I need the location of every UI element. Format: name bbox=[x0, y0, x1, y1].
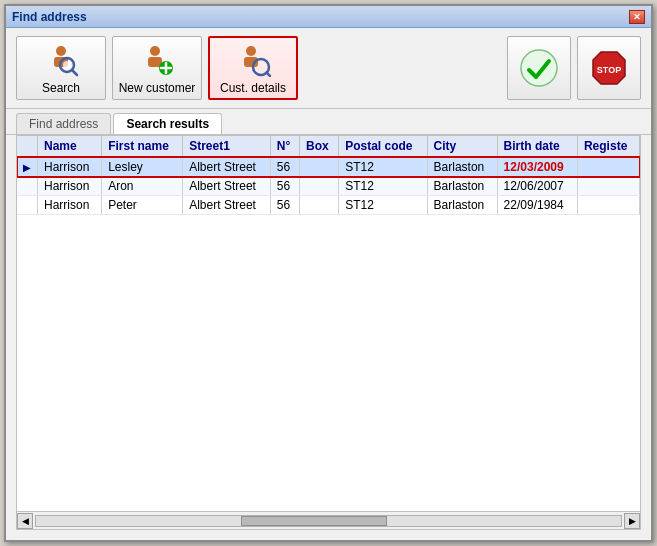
svg-line-13 bbox=[267, 73, 272, 78]
cell-first-name: Lesley bbox=[102, 157, 183, 177]
svg-point-14 bbox=[521, 50, 557, 86]
table-container: Name First name Street1 N° Box Postal co… bbox=[17, 136, 640, 324]
tabs-area: Find address Search results bbox=[6, 109, 651, 135]
cell-postal: ST12 bbox=[339, 177, 427, 196]
cell-number: 56 bbox=[270, 177, 299, 196]
col-first-name[interactable]: First name bbox=[102, 136, 183, 157]
svg-text:STOP: STOP bbox=[597, 65, 621, 75]
cell-birth: 12/06/2007 bbox=[497, 177, 577, 196]
col-register[interactable]: Registe bbox=[577, 136, 639, 157]
col-postal[interactable]: Postal code bbox=[339, 136, 427, 157]
svg-point-5 bbox=[150, 46, 160, 56]
cell-street: Albert Street bbox=[183, 157, 271, 177]
col-city[interactable]: City bbox=[427, 136, 497, 157]
cell-name: Harrison bbox=[38, 157, 102, 177]
cell-city: Barlaston bbox=[427, 157, 497, 177]
col-number[interactable]: N° bbox=[270, 136, 299, 157]
tab-find-address[interactable]: Find address bbox=[16, 113, 111, 134]
cell-register bbox=[577, 157, 639, 177]
title-bar: Find address ✕ bbox=[6, 6, 651, 28]
table-row[interactable]: HarrisonPeterAlbert Street56ST12Barlasto… bbox=[17, 196, 640, 215]
svg-point-4 bbox=[63, 61, 71, 69]
new-customer-button-label: New customer bbox=[119, 81, 196, 95]
scroll-track[interactable] bbox=[35, 515, 622, 527]
cell-box bbox=[299, 157, 338, 177]
cust-details-button[interactable]: Cust. details bbox=[208, 36, 298, 100]
table-row[interactable]: HarrisonAronAlbert Street56ST12Barlaston… bbox=[17, 177, 640, 196]
svg-point-0 bbox=[56, 46, 66, 56]
horizontal-scrollbar[interactable]: ◀ ▶ bbox=[17, 511, 640, 529]
cust-details-button-label: Cust. details bbox=[220, 81, 286, 95]
cell-name: Harrison bbox=[38, 196, 102, 215]
cell-number: 56 bbox=[270, 196, 299, 215]
cell-box bbox=[299, 177, 338, 196]
results-table: Name First name Street1 N° Box Postal co… bbox=[17, 136, 640, 215]
scroll-right-button[interactable]: ▶ bbox=[624, 513, 640, 529]
row-indicator bbox=[17, 177, 38, 196]
svg-line-3 bbox=[72, 70, 77, 75]
cell-register bbox=[577, 177, 639, 196]
row-indicator bbox=[17, 196, 38, 215]
col-indicator bbox=[17, 136, 38, 157]
scroll-left-button[interactable]: ◀ bbox=[17, 513, 33, 529]
cell-birth: 12/03/2009 bbox=[497, 157, 577, 177]
confirm-button[interactable] bbox=[507, 36, 571, 100]
cell-postal: ST12 bbox=[339, 157, 427, 177]
toolbar: Search New customer bbox=[6, 28, 651, 109]
table-body: ▶HarrisonLesleyAlbert Street56ST12Barlas… bbox=[17, 157, 640, 215]
tab-search-results[interactable]: Search results bbox=[113, 113, 222, 134]
cell-name: Harrison bbox=[38, 177, 102, 196]
cell-city: Barlaston bbox=[427, 196, 497, 215]
main-content: Name First name Street1 N° Box Postal co… bbox=[16, 135, 641, 530]
cell-birth: 22/09/1984 bbox=[497, 196, 577, 215]
new-customer-icon bbox=[139, 41, 175, 77]
stop-button[interactable]: STOP bbox=[577, 36, 641, 100]
empty-area bbox=[17, 324, 640, 512]
col-box[interactable]: Box bbox=[299, 136, 338, 157]
main-window: Find address ✕ Search bbox=[4, 4, 653, 542]
window-title: Find address bbox=[12, 10, 87, 24]
check-icon bbox=[519, 48, 559, 88]
cell-number: 56 bbox=[270, 157, 299, 177]
cell-box bbox=[299, 196, 338, 215]
cell-street: Albert Street bbox=[183, 177, 271, 196]
row-indicator: ▶ bbox=[17, 157, 38, 177]
search-button-label: Search bbox=[42, 81, 80, 95]
table-row[interactable]: ▶HarrisonLesleyAlbert Street56ST12Barlas… bbox=[17, 157, 640, 177]
stop-icon: STOP bbox=[589, 48, 629, 88]
search-button[interactable]: Search bbox=[16, 36, 106, 100]
scroll-thumb[interactable] bbox=[241, 516, 387, 526]
new-customer-button[interactable]: New customer bbox=[112, 36, 202, 100]
svg-point-10 bbox=[246, 46, 256, 56]
close-button[interactable]: ✕ bbox=[629, 10, 645, 24]
cell-first-name: Aron bbox=[102, 177, 183, 196]
col-birth[interactable]: Birth date bbox=[497, 136, 577, 157]
col-name[interactable]: Name bbox=[38, 136, 102, 157]
cell-register bbox=[577, 196, 639, 215]
cell-postal: ST12 bbox=[339, 196, 427, 215]
col-street[interactable]: Street1 bbox=[183, 136, 271, 157]
cell-first-name: Peter bbox=[102, 196, 183, 215]
table-header: Name First name Street1 N° Box Postal co… bbox=[17, 136, 640, 157]
cust-details-icon bbox=[235, 41, 271, 77]
cell-city: Barlaston bbox=[427, 177, 497, 196]
cell-street: Albert Street bbox=[183, 196, 271, 215]
search-icon bbox=[43, 41, 79, 77]
